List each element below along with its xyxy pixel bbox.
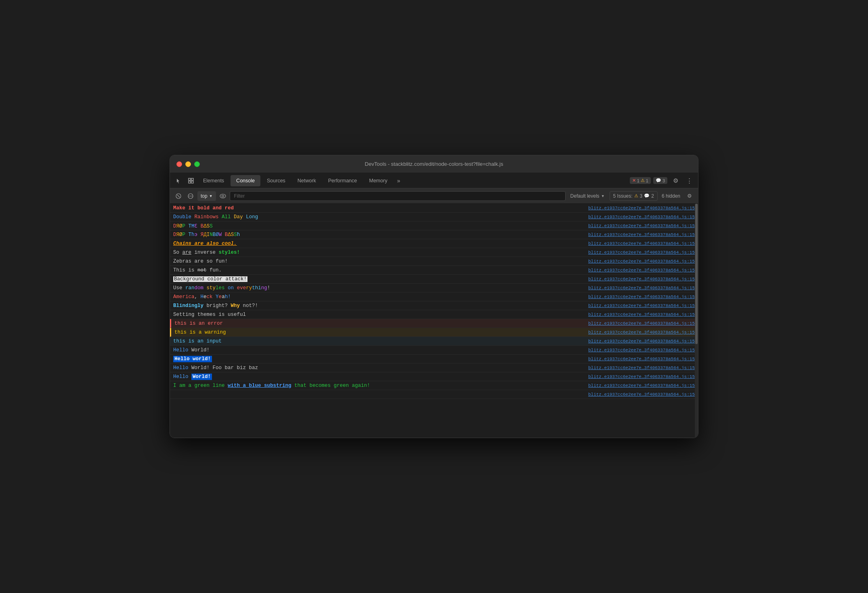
cursor-icon[interactable] <box>173 175 185 186</box>
console-row: blitz.e1937cc6e2ee7e…3f4063378a564.js:15 <box>170 390 698 399</box>
console-source[interactable]: blitz.e1937cc6e2ee7e…3f4063378a564.js:15 <box>588 392 695 397</box>
console-message: Setting themes is useful <box>173 312 582 317</box>
console-source[interactable]: blitz.e1937cc6e2ee7e…3f4063378a564.js:15 <box>588 374 695 379</box>
tab-performance[interactable]: Performance <box>323 175 363 186</box>
clear-console-icon[interactable] <box>173 191 184 201</box>
console-row: Blindingly bright? Why not?! blitz.e1937… <box>170 301 698 310</box>
issues-badge[interactable]: 5 Issues: ⚠ 3 💬 2 <box>610 191 658 201</box>
console-message: Make it bold and red <box>173 205 582 211</box>
console-source[interactable]: blitz.e1937cc6e2ee7e…3f4063378a564.js:15 <box>588 250 695 255</box>
svg-rect-2 <box>189 181 191 183</box>
console-message: this is an input <box>173 338 582 344</box>
eye-icon[interactable] <box>218 191 228 201</box>
levels-dropdown[interactable]: Default levels ▼ <box>567 191 608 201</box>
console-source[interactable]: blitz.e1937cc6e2ee7e…3f4063378a564.js:15 <box>588 339 695 344</box>
scrollbar[interactable] <box>695 204 698 438</box>
svg-rect-1 <box>191 178 193 180</box>
console-row: America, Heck Yeah! blitz.e1937cc6e2ee7e… <box>170 292 698 301</box>
console-message: Blindingly bright? Why not?! <box>173 303 582 309</box>
console-output[interactable]: Make it bold and red blitz.e1937cc6e2ee7… <box>170 204 698 438</box>
issues-message-icon: 💬 <box>644 193 650 198</box>
console-source[interactable]: blitz.e1937cc6e2ee7e…3f4063378a564.js:15 <box>588 365 695 370</box>
tabs-bar: Elements Console Sources Network Perform… <box>170 173 698 188</box>
top-frame-selector[interactable]: top ▼ <box>197 191 216 201</box>
console-source[interactable]: blitz.e1937cc6e2ee7e…3f4063378a564.js:15 <box>588 383 695 388</box>
fullscreen-button[interactable] <box>194 161 200 167</box>
close-button[interactable] <box>176 161 182 167</box>
console-message: Background color attack! <box>173 276 582 282</box>
console-source[interactable]: blitz.e1937cc6e2ee7e…3f4063378a564.js:15 <box>588 294 695 299</box>
console-message: Double Rainbows All Day Long <box>173 214 582 220</box>
console-row: Hello World! Foo bar biz baz blitz.e1937… <box>170 363 698 372</box>
svg-line-5 <box>177 195 180 197</box>
console-row: Make it bold and red blitz.e1937cc6e2ee7… <box>170 204 698 213</box>
console-message: Zebras are so fun! <box>173 259 582 264</box>
console-row: This is not fun. blitz.e1937cc6e2ee7e…3f… <box>170 266 698 275</box>
svg-rect-3 <box>191 181 193 183</box>
tabs-right-controls: ✕ 1 ⚠ 1 💬 3 ⚙ ⋮ <box>630 175 695 186</box>
console-source[interactable]: blitz.e1937cc6e2ee7e…3f4063378a564.js:15 <box>588 223 695 228</box>
filter-input[interactable] <box>230 191 566 201</box>
console-source[interactable]: blitz.e1937cc6e2ee7e…3f4063378a564.js:15 <box>588 348 695 353</box>
svg-point-8 <box>220 194 226 198</box>
console-row: DЯØP Tħэ ЯДІNBØW BΔSSħ blitz.e1937cc6e2e… <box>170 230 698 239</box>
info-badge[interactable]: 💬 3 <box>653 177 667 184</box>
console-row: DЯØP TĦƐ BΔSS blitz.e1937cc6e2ee7e…3f406… <box>170 221 698 230</box>
console-message: Hello World! Foo bar biz baz <box>173 365 582 371</box>
chevron-down-icon: ▼ <box>209 194 213 198</box>
scrollbar-thumb[interactable] <box>695 204 698 344</box>
console-row: Use random styles on everything! blitz.e… <box>170 284 698 292</box>
console-source[interactable]: blitz.e1937cc6e2ee7e…3f4063378a564.js:15 <box>588 330 695 335</box>
tab-network[interactable]: Network <box>292 175 322 186</box>
console-row: Hello World! blitz.e1937cc6e2ee7e…3f4063… <box>170 346 698 355</box>
settings-icon[interactable]: ⚙ <box>670 175 681 186</box>
titlebar: DevTools - stackblitz.com/edit/node-colo… <box>170 155 698 173</box>
console-message: Hello World! <box>173 374 582 380</box>
inspect-icon[interactable] <box>185 175 197 186</box>
console-message: DЯØP TĦƐ BΔSS <box>173 223 582 229</box>
console-source[interactable]: blitz.e1937cc6e2ee7e…3f4063378a564.js:15 <box>588 215 695 219</box>
tab-elements[interactable]: Elements <box>197 175 230 186</box>
tab-console[interactable]: Console <box>231 175 260 186</box>
tab-sources[interactable]: Sources <box>261 175 291 186</box>
console-source[interactable]: blitz.e1937cc6e2ee7e…3f4063378a564.js:15 <box>588 286 695 290</box>
console-message: DЯØP Tħэ ЯДІNBØW BΔSSħ <box>173 232 582 238</box>
devtools-window: DevTools - stackblitz.com/edit/node-colo… <box>170 155 698 438</box>
console-source[interactable]: blitz.e1937cc6e2ee7e…3f4063378a564.js:15 <box>588 277 695 282</box>
console-source[interactable]: blitz.e1937cc6e2ee7e…3f4063378a564.js:15 <box>588 303 695 308</box>
console-row: Hello world! blitz.e1937cc6e2ee7e…3f4063… <box>170 355 698 363</box>
console-message: this is a warning <box>174 330 582 335</box>
console-row: Background color attack! blitz.e1937cc6e… <box>170 275 698 284</box>
console-source[interactable]: blitz.e1937cc6e2ee7e…3f4063378a564.js:15 <box>588 268 695 273</box>
console-message: Hello world! <box>173 356 582 362</box>
console-source[interactable]: blitz.e1937cc6e2ee7e…3f4063378a564.js:15 <box>588 232 695 237</box>
console-row: Hello World! blitz.e1937cc6e2ee7e…3f4063… <box>170 372 698 381</box>
console-message: So are inverse styles! <box>173 250 582 255</box>
console-message: This is not fun. <box>173 267 582 273</box>
console-source[interactable]: blitz.e1937cc6e2ee7e…3f4063378a564.js:15 <box>588 259 695 264</box>
traffic-lights <box>176 161 200 167</box>
block-icon[interactable] <box>185 191 196 201</box>
more-options-icon[interactable]: ⋮ <box>683 175 695 186</box>
console-message: Use random styles on everything! <box>173 285 582 291</box>
error-icon: ✕ <box>632 178 636 183</box>
console-source[interactable]: blitz.e1937cc6e2ee7e…3f4063378a564.js:15 <box>588 357 695 361</box>
console-message: I am a green line with a blue substring … <box>173 383 582 388</box>
console-row: Zebras are so fun! blitz.e1937cc6e2ee7e…… <box>170 257 698 266</box>
svg-rect-0 <box>189 178 191 180</box>
console-source[interactable]: blitz.e1937cc6e2ee7e…3f4063378a564.js:15 <box>588 312 695 317</box>
console-row: Setting themes is useful blitz.e1937cc6e… <box>170 310 698 319</box>
info-icon: 💬 <box>656 178 661 183</box>
error-badge[interactable]: ✕ 1 ⚠ 1 <box>630 177 651 184</box>
issues-settings-icon[interactable]: ⚙ <box>684 191 695 201</box>
tabs-more-button[interactable]: » <box>394 176 403 186</box>
console-row-warning: this is a warning blitz.e1937cc6e2ee7e…3… <box>170 328 698 337</box>
console-source[interactable]: blitz.e1937cc6e2ee7e…3f4063378a564.js:15 <box>588 321 695 326</box>
console-source[interactable]: blitz.e1937cc6e2ee7e…3f4063378a564.js:15 <box>588 241 695 246</box>
console-row-input: this is an input blitz.e1937cc6e2ee7e…3f… <box>170 337 698 346</box>
tab-memory[interactable]: Memory <box>363 175 393 186</box>
minimize-button[interactable] <box>185 161 191 167</box>
console-message: this is an error <box>174 321 582 326</box>
chevron-down-icon: ▼ <box>601 194 605 198</box>
console-source[interactable]: blitz.e1937cc6e2ee7e…3f4063378a564.js:15 <box>588 206 695 211</box>
